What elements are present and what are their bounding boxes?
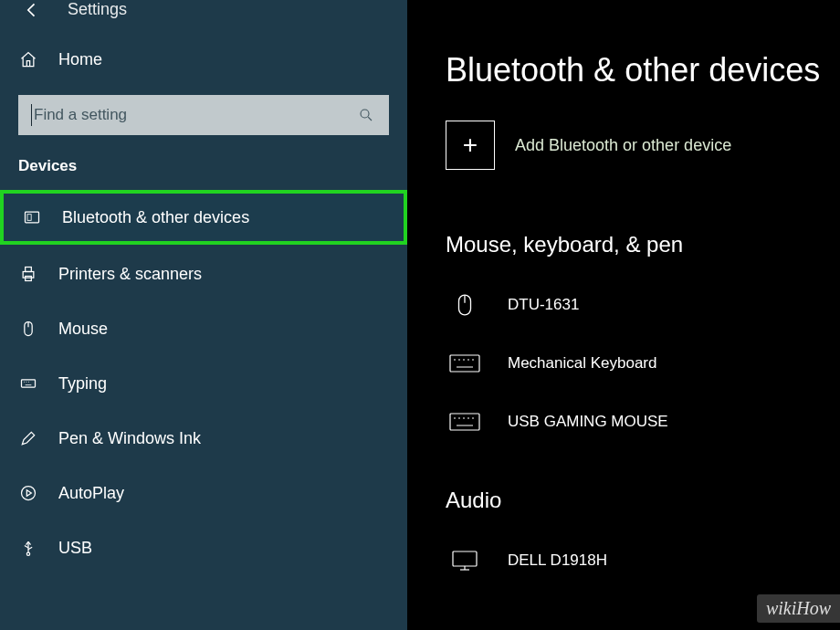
sidebar-item-label: Printers & scanners	[58, 265, 202, 284]
pen-icon	[18, 428, 38, 448]
section-mouse-keyboard-pen: Mouse, keyboard, & pen DTU-1631 Mechanic…	[446, 232, 840, 451]
search-input[interactable]: Find a setting	[18, 95, 389, 135]
section-header: Mouse, keyboard, & pen	[446, 232, 840, 257]
plus-icon: +	[446, 121, 495, 170]
home-icon	[18, 49, 38, 69]
device-label: DTU-1631	[508, 296, 579, 314]
device-item[interactable]: USB GAMING MOUSE	[446, 393, 840, 451]
back-button[interactable]: Settings	[0, 0, 407, 31]
device-item[interactable]: Mechanical Keyboard	[446, 334, 840, 393]
sidebar-item-mouse[interactable]: Mouse	[0, 301, 407, 356]
svg-rect-18	[450, 355, 479, 372]
svg-rect-4	[26, 268, 32, 272]
sidebar-item-label: Mouse	[58, 320, 108, 339]
sidebar-item-label: AutoPlay	[58, 484, 124, 503]
keyboard-icon	[18, 373, 38, 394]
section-audio: Audio DELL D1918H	[446, 488, 840, 590]
home-label: Home	[58, 50, 102, 69]
device-item[interactable]: DELL D1918H	[446, 531, 840, 590]
search-icon	[356, 105, 376, 125]
text-cursor	[31, 104, 32, 126]
device-label: USB GAMING MOUSE	[508, 413, 668, 431]
sidebar-item-typing[interactable]: Typing	[0, 356, 407, 411]
svg-rect-8	[22, 380, 36, 387]
svg-rect-2	[27, 215, 31, 221]
monitor-icon	[449, 545, 480, 576]
sidebar-item-home[interactable]: Home	[0, 31, 407, 88]
sidebar-item-usb[interactable]: USB	[0, 520, 407, 575]
svg-point-13	[22, 487, 36, 500]
sidebar-item-pen[interactable]: Pen & Windows Ink	[0, 411, 407, 466]
sidebar-item-label: Bluetooth & other devices	[62, 208, 249, 227]
sidebar-item-label: Pen & Windows Ink	[58, 429, 201, 448]
printer-icon	[18, 264, 38, 284]
back-label: Settings	[68, 0, 127, 19]
main-panel: Bluetooth & other devices + Add Bluetoot…	[407, 0, 840, 630]
search-placeholder: Find a setting	[34, 106, 356, 124]
svg-point-14	[26, 552, 29, 555]
sidebar-item-autoplay[interactable]: AutoPlay	[0, 466, 407, 520]
sidebar: Settings Home Find a setting Devices Blu…	[0, 0, 407, 630]
add-device-label: Add Bluetooth or other device	[515, 136, 731, 155]
category-header: Devices	[0, 152, 407, 188]
device-item[interactable]: DTU-1631	[446, 276, 840, 334]
sidebar-item-label: Typing	[58, 374, 107, 394]
sidebar-item-printers[interactable]: Printers & scanners	[0, 247, 407, 301]
svg-rect-5	[26, 277, 32, 281]
svg-rect-3	[23, 272, 34, 278]
sidebar-item-label: USB	[58, 539, 92, 558]
keyboard-icon	[449, 348, 480, 379]
mouse-icon	[449, 289, 480, 320]
svg-rect-32	[453, 551, 477, 566]
page-title: Bluetooth & other devices	[446, 51, 840, 89]
sidebar-item-bluetooth[interactable]: Bluetooth & other devices	[0, 190, 407, 245]
add-device-button[interactable]: + Add Bluetooth or other device	[446, 121, 840, 170]
usb-icon	[18, 538, 38, 558]
mouse-icon	[18, 319, 38, 339]
device-label: Mechanical Keyboard	[508, 354, 656, 373]
autoplay-icon	[18, 483, 38, 503]
back-arrow-icon	[22, 0, 42, 20]
device-label: DELL D1918H	[508, 551, 607, 570]
bluetooth-devices-icon	[22, 207, 42, 227]
svg-point-0	[361, 110, 369, 118]
keyboard-icon	[449, 406, 480, 437]
section-header: Audio	[446, 488, 840, 513]
svg-rect-25	[450, 414, 479, 430]
watermark: wikiHow	[757, 594, 840, 623]
